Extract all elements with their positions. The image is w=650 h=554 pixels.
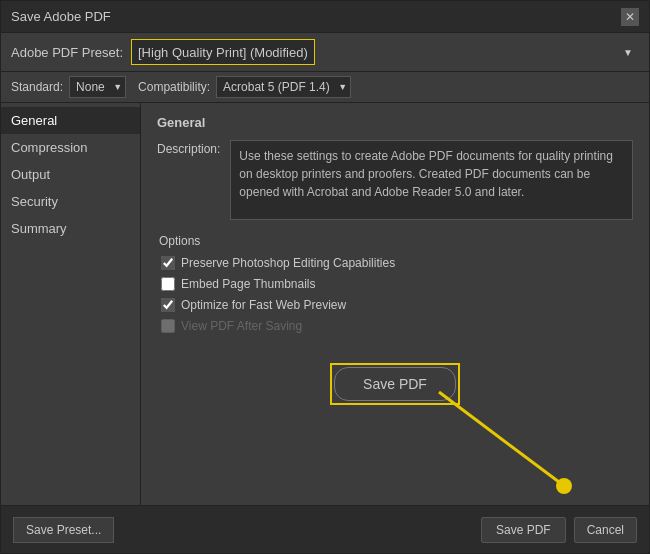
close-button[interactable]: ✕ xyxy=(621,8,639,26)
embed-checkbox[interactable] xyxy=(161,277,175,291)
optimize-label: Optimize for Fast Web Preview xyxy=(181,298,346,312)
description-label: Description: xyxy=(157,140,220,220)
save-preset-button[interactable]: Save Preset... xyxy=(13,517,114,543)
content-area: General Description: Use these settings … xyxy=(141,103,649,505)
section-title: General xyxy=(157,115,633,130)
standard-row: Standard: None Compatibility: Acrobat 5 … xyxy=(1,72,649,103)
standard-label: Standard: xyxy=(11,80,63,94)
sidebar-item-compression[interactable]: Compression xyxy=(1,134,140,161)
sidebar-item-summary[interactable]: Summary xyxy=(1,215,140,242)
options-label: Options xyxy=(159,234,633,248)
center-save-area: Save PDF xyxy=(157,363,633,405)
save-pdf-highlight-box: Save PDF xyxy=(330,363,460,405)
main-area: General Compression Output Security Summ… xyxy=(1,103,649,505)
checkbox-viewpdf: View PDF After Saving xyxy=(161,319,633,333)
bottom-right-buttons: Save PDF Cancel xyxy=(481,517,637,543)
viewpdf-checkbox xyxy=(161,319,175,333)
checkbox-preserve: Preserve Photoshop Editing Capabilities xyxy=(161,256,633,270)
preset-select-wrapper: [High Quality Print] (Modified) xyxy=(131,39,639,65)
title-bar: Save Adobe PDF ✕ xyxy=(1,1,649,33)
dialog-title: Save Adobe PDF xyxy=(11,9,111,24)
description-text: Use these settings to create Adobe PDF d… xyxy=(230,140,633,220)
standard-select-wrapper: None xyxy=(69,76,126,98)
viewpdf-label: View PDF After Saving xyxy=(181,319,302,333)
embed-label: Embed Page Thumbnails xyxy=(181,277,316,291)
standard-pair: Standard: None xyxy=(11,76,126,98)
compatibility-select[interactable]: Acrobat 5 (PDF 1.4) xyxy=(216,76,351,98)
save-pdf-bottom-button[interactable]: Save PDF xyxy=(481,517,566,543)
sidebar-item-security[interactable]: Security xyxy=(1,188,140,215)
optimize-checkbox[interactable] xyxy=(161,298,175,312)
checkbox-optimize: Optimize for Fast Web Preview xyxy=(161,298,633,312)
standard-select[interactable]: None xyxy=(69,76,126,98)
save-pdf-center-button[interactable]: Save PDF xyxy=(334,367,456,401)
sidebar-item-output[interactable]: Output xyxy=(1,161,140,188)
save-pdf-dialog: Save Adobe PDF ✕ Adobe PDF Preset: [High… xyxy=(0,0,650,554)
compatibility-pair: Compatibility: Acrobat 5 (PDF 1.4) xyxy=(138,76,351,98)
description-row: Description: Use these settings to creat… xyxy=(157,140,633,220)
preset-select[interactable]: [High Quality Print] (Modified) xyxy=(131,39,315,65)
preserve-checkbox[interactable] xyxy=(161,256,175,270)
compatibility-select-wrapper: Acrobat 5 (PDF 1.4) xyxy=(216,76,351,98)
bottom-bar: Save Preset... Save PDF Cancel xyxy=(1,505,649,553)
sidebar: General Compression Output Security Summ… xyxy=(1,103,141,505)
preserve-label: Preserve Photoshop Editing Capabilities xyxy=(181,256,395,270)
compatibility-label: Compatibility: xyxy=(138,80,210,94)
preset-row: Adobe PDF Preset: [High Quality Print] (… xyxy=(1,33,649,72)
cancel-button[interactable]: Cancel xyxy=(574,517,637,543)
preset-label: Adobe PDF Preset: xyxy=(11,45,123,60)
sidebar-item-general[interactable]: General xyxy=(1,107,140,134)
checkbox-embed: Embed Page Thumbnails xyxy=(161,277,633,291)
